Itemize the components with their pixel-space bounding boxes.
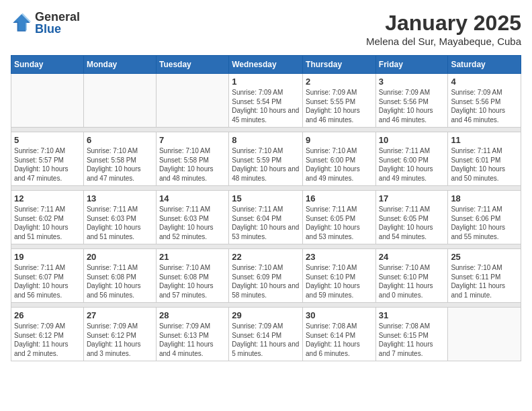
day-info: Sunrise: 7:09 AMSunset: 5:56 PMDaylight:… [451, 88, 518, 124]
calendar-day-cell: 13Sunrise: 7:11 AMSunset: 6:03 PMDayligh… [83, 191, 156, 244]
day-number: 19 [14, 252, 81, 262]
day-number: 15 [232, 193, 300, 203]
day-number: 12 [14, 193, 81, 203]
week-spacer-row [11, 303, 521, 308]
calendar-day-cell [448, 308, 521, 361]
day-number: 27 [87, 310, 153, 320]
day-info: Sunrise: 7:09 AMSunset: 6:12 PMDaylight:… [87, 322, 153, 358]
calendar-day-cell: 7Sunrise: 7:10 AMSunset: 5:58 PMDaylight… [156, 132, 228, 186]
day-info: Sunrise: 7:09 AMSunset: 6:13 PMDaylight:… [159, 322, 226, 358]
day-number: 28 [159, 310, 226, 320]
day-number: 16 [306, 193, 373, 203]
day-number: 2 [306, 77, 373, 87]
day-number: 31 [379, 310, 445, 320]
day-info: Sunrise: 7:08 AMSunset: 6:15 PMDaylight:… [379, 322, 445, 358]
calendar-day-cell: 31Sunrise: 7:08 AMSunset: 6:15 PMDayligh… [375, 308, 448, 361]
calendar-day-cell: 20Sunrise: 7:11 AMSunset: 6:08 PMDayligh… [83, 249, 156, 303]
day-number: 30 [306, 310, 373, 320]
day-number: 29 [232, 310, 300, 320]
calendar-day-cell: 16Sunrise: 7:11 AMSunset: 6:05 PMDayligh… [303, 191, 376, 244]
day-info: Sunrise: 7:10 AMSunset: 6:00 PMDaylight:… [306, 146, 373, 183]
day-info: Sunrise: 7:11 AMSunset: 6:05 PMDaylight:… [306, 205, 373, 241]
day-info: Sunrise: 7:11 AMSunset: 6:03 PMDaylight:… [87, 205, 153, 241]
calendar-day-cell: 9Sunrise: 7:10 AMSunset: 6:00 PMDaylight… [303, 132, 376, 186]
calendar-day-cell: 26Sunrise: 7:09 AMSunset: 6:12 PMDayligh… [11, 308, 84, 361]
calendar-day-cell: 24Sunrise: 7:10 AMSunset: 6:10 PMDayligh… [375, 249, 448, 303]
calendar-day-cell: 4Sunrise: 7:09 AMSunset: 5:56 PMDaylight… [448, 74, 521, 128]
calendar-day-cell: 30Sunrise: 7:08 AMSunset: 6:14 PMDayligh… [303, 308, 376, 361]
logo-icon [11, 12, 32, 34]
day-info: Sunrise: 7:10 AMSunset: 5:57 PMDaylight:… [14, 146, 81, 183]
day-info: Sunrise: 7:11 AMSunset: 6:03 PMDaylight:… [159, 205, 226, 241]
calendar-week-row: 19Sunrise: 7:11 AMSunset: 6:07 PMDayligh… [11, 249, 521, 303]
day-number: 8 [232, 135, 300, 145]
calendar-week-row: 5Sunrise: 7:10 AMSunset: 5:57 PMDaylight… [11, 132, 521, 186]
day-number: 7 [159, 135, 226, 145]
day-info: Sunrise: 7:10 AMSunset: 6:08 PMDaylight:… [159, 263, 226, 300]
weekday-header-row: SundayMondayTuesdayWednesdayThursdayFrid… [11, 56, 521, 74]
calendar-day-cell: 14Sunrise: 7:11 AMSunset: 6:03 PMDayligh… [156, 191, 228, 244]
calendar-day-cell: 25Sunrise: 7:10 AMSunset: 6:11 PMDayligh… [448, 249, 521, 303]
weekday-header: Saturday [448, 56, 521, 74]
month-year-title: January 2025 [366, 11, 521, 36]
day-info: Sunrise: 7:11 AMSunset: 6:00 PMDaylight:… [379, 146, 445, 183]
day-number: 18 [451, 193, 518, 203]
day-number: 9 [306, 135, 373, 145]
calendar-day-cell: 6Sunrise: 7:10 AMSunset: 5:58 PMDaylight… [83, 132, 156, 186]
day-info: Sunrise: 7:10 AMSunset: 5:58 PMDaylight:… [159, 146, 226, 183]
logo-text: General Blue [35, 11, 80, 35]
calendar-day-cell: 29Sunrise: 7:09 AMSunset: 6:14 PMDayligh… [229, 308, 303, 361]
calendar-day-cell [156, 74, 228, 128]
weekday-header: Thursday [303, 56, 376, 74]
calendar-day-cell: 5Sunrise: 7:10 AMSunset: 5:57 PMDaylight… [11, 132, 84, 186]
day-info: Sunrise: 7:09 AMSunset: 5:54 PMDaylight:… [232, 88, 300, 124]
title-block: January 2025 Melena del Sur, Mayabeque, … [366, 11, 521, 47]
day-number: 5 [14, 135, 81, 145]
week-spacer-row [11, 244, 521, 249]
day-info: Sunrise: 7:09 AMSunset: 6:14 PMDaylight:… [232, 322, 300, 358]
calendar-day-cell: 21Sunrise: 7:10 AMSunset: 6:08 PMDayligh… [156, 249, 228, 303]
day-info: Sunrise: 7:09 AMSunset: 5:55 PMDaylight:… [306, 88, 373, 124]
day-info: Sunrise: 7:10 AMSunset: 5:58 PMDaylight:… [87, 146, 153, 183]
day-number: 17 [379, 193, 445, 203]
day-number: 26 [14, 310, 81, 320]
weekday-header: Tuesday [156, 56, 228, 74]
calendar-day-cell: 23Sunrise: 7:10 AMSunset: 6:10 PMDayligh… [303, 249, 376, 303]
calendar-day-cell: 12Sunrise: 7:11 AMSunset: 6:02 PMDayligh… [11, 191, 84, 244]
day-info: Sunrise: 7:10 AMSunset: 5:59 PMDaylight:… [232, 146, 300, 183]
calendar-day-cell: 11Sunrise: 7:11 AMSunset: 6:01 PMDayligh… [448, 132, 521, 186]
calendar-day-cell: 1Sunrise: 7:09 AMSunset: 5:54 PMDaylight… [229, 74, 303, 128]
weekday-header: Monday [83, 56, 156, 74]
day-info: Sunrise: 7:11 AMSunset: 6:08 PMDaylight:… [87, 263, 153, 300]
calendar-week-row: 1Sunrise: 7:09 AMSunset: 5:54 PMDaylight… [11, 74, 521, 128]
calendar-day-cell: 27Sunrise: 7:09 AMSunset: 6:12 PMDayligh… [83, 308, 156, 361]
logo-blue-text: Blue [35, 23, 80, 35]
day-number: 14 [159, 193, 226, 203]
location-subtitle: Melena del Sur, Mayabeque, Cuba [366, 36, 521, 47]
day-number: 3 [379, 77, 445, 87]
calendar-day-cell: 19Sunrise: 7:11 AMSunset: 6:07 PMDayligh… [11, 249, 84, 303]
calendar-day-cell: 28Sunrise: 7:09 AMSunset: 6:13 PMDayligh… [156, 308, 228, 361]
day-info: Sunrise: 7:11 AMSunset: 6:04 PMDaylight:… [232, 205, 300, 241]
day-info: Sunrise: 7:11 AMSunset: 6:01 PMDaylight:… [451, 146, 518, 183]
day-number: 21 [159, 252, 226, 262]
calendar-day-cell: 3Sunrise: 7:09 AMSunset: 5:56 PMDaylight… [375, 74, 448, 128]
day-number: 4 [451, 77, 518, 87]
day-info: Sunrise: 7:10 AMSunset: 6:10 PMDaylight:… [379, 263, 445, 300]
calendar-day-cell: 22Sunrise: 7:10 AMSunset: 6:09 PMDayligh… [229, 249, 303, 303]
weekday-header: Wednesday [229, 56, 303, 74]
logo-general-text: General [35, 11, 80, 23]
week-spacer-cell [11, 303, 521, 308]
day-number: 11 [451, 135, 518, 145]
calendar-week-row: 12Sunrise: 7:11 AMSunset: 6:02 PMDayligh… [11, 191, 521, 244]
week-spacer-cell [11, 244, 521, 249]
day-info: Sunrise: 7:11 AMSunset: 6:06 PMDaylight:… [451, 205, 518, 241]
day-number: 10 [379, 135, 445, 145]
weekday-header: Friday [375, 56, 448, 74]
day-info: Sunrise: 7:10 AMSunset: 6:09 PMDaylight:… [232, 263, 300, 300]
calendar-week-row: 26Sunrise: 7:09 AMSunset: 6:12 PMDayligh… [11, 308, 521, 361]
calendar-day-cell [83, 74, 156, 128]
calendar-day-cell: 10Sunrise: 7:11 AMSunset: 6:00 PMDayligh… [375, 132, 448, 186]
day-info: Sunrise: 7:09 AMSunset: 5:56 PMDaylight:… [379, 88, 445, 124]
day-info: Sunrise: 7:09 AMSunset: 6:12 PMDaylight:… [14, 322, 81, 358]
